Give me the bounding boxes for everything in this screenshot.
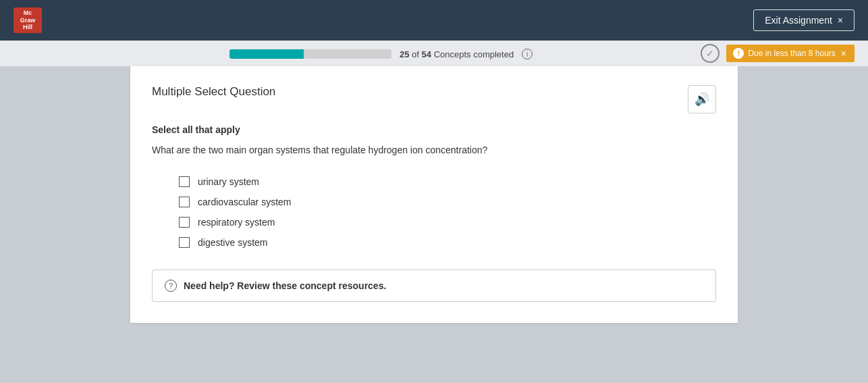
choice-label-D: digestive system xyxy=(198,237,267,248)
checkbox-B[interactable] xyxy=(179,197,190,207)
checkbox-D[interactable] xyxy=(179,237,190,248)
exit-close-icon: × xyxy=(838,15,843,26)
check-circle-icon[interactable]: ✓ xyxy=(701,44,720,63)
progress-label: Concepts completed xyxy=(434,49,514,59)
progress-current: 25 xyxy=(400,49,409,59)
help-circle-icon: ? xyxy=(165,280,177,292)
choices-container: urinary system cardiovascular system res… xyxy=(152,176,716,248)
instruction-label: Select all that apply xyxy=(152,124,716,135)
main-content: Multiple Select Question 🔊 Select all th… xyxy=(0,66,868,336)
card-header: Multiple Select Question 🔊 xyxy=(152,85,716,113)
progress-total: 54 xyxy=(422,49,431,59)
choice-item-C[interactable]: respiratory system xyxy=(179,217,716,228)
exit-assignment-label: Exit Assignment xyxy=(765,15,832,26)
progress-text: 25 of 54 Concepts completed xyxy=(400,49,514,59)
checkbox-A[interactable] xyxy=(179,176,190,187)
mcgraw-hill-logo: McGrawHill xyxy=(13,7,42,33)
audio-button[interactable]: 🔊 xyxy=(688,85,716,113)
choice-label-C: respiratory system xyxy=(198,217,275,228)
due-notice-close-button[interactable]: × xyxy=(840,48,848,59)
progress-bar-container xyxy=(229,49,391,59)
question-text: What are the two main organ systems that… xyxy=(152,143,716,157)
choice-item-D[interactable]: digestive system xyxy=(179,237,716,248)
due-notice-label: Due in less than 8 hours xyxy=(748,49,835,58)
progress-info-icon[interactable]: i xyxy=(522,49,533,59)
exit-assignment-button[interactable]: Exit Assignment × xyxy=(753,9,855,31)
question-card: Multiple Select Question 🔊 Select all th… xyxy=(130,66,738,323)
choice-item-B[interactable]: cardiovascular system xyxy=(179,197,716,207)
top-navigation: McGrawHill Exit Assignment × xyxy=(0,0,868,41)
help-section[interactable]: ? Need help? Review these concept resour… xyxy=(152,270,716,302)
progress-area: 25 of 54 Concepts completed i ✓ ! Due in… xyxy=(0,41,868,66)
alert-icon: ! xyxy=(733,48,744,59)
question-type-label: Multiple Select Question xyxy=(152,85,275,99)
choice-item-A[interactable]: urinary system xyxy=(179,176,716,187)
choice-label-B: cardiovascular system xyxy=(198,197,292,207)
logo-text: McGrawHill xyxy=(20,9,36,31)
help-text: Need help? Review these concept resource… xyxy=(184,280,386,291)
due-notice-badge: ! Due in less than 8 hours × xyxy=(726,45,855,62)
right-controls: ✓ ! Due in less than 8 hours × xyxy=(701,44,855,63)
audio-icon: 🔊 xyxy=(695,92,709,107)
choice-label-A: urinary system xyxy=(198,176,259,187)
progress-bar-fill xyxy=(229,49,304,59)
checkbox-C[interactable] xyxy=(179,217,190,228)
